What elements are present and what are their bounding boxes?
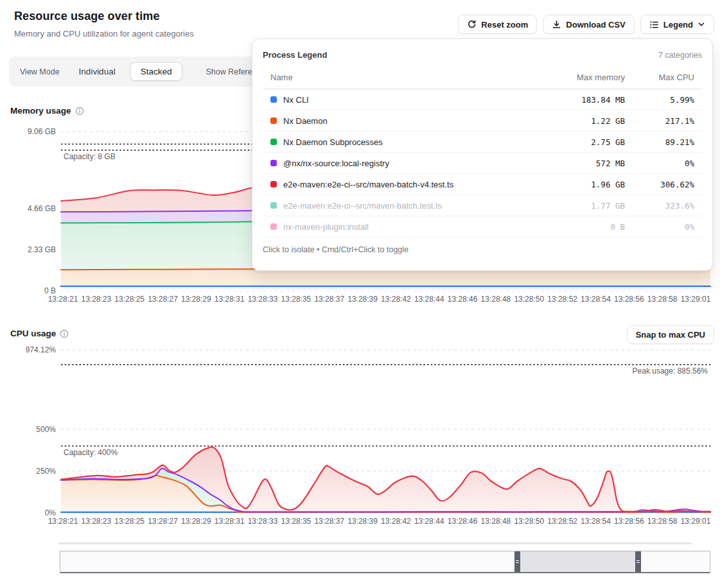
info-icon[interactable]	[75, 107, 84, 116]
svg-text:13:28:33: 13:28:33	[248, 517, 278, 526]
legend-toggle-button[interactable]: Legend	[640, 15, 714, 34]
legend-color-dot	[270, 181, 277, 187]
list-icon	[649, 20, 659, 30]
svg-text:13:29:01: 13:29:01	[681, 517, 711, 526]
legend-row[interactable]: e2e-maven:e2e-ci--src/maven-batch-v4.tes…	[263, 174, 702, 195]
view-mode-individual[interactable]: Individual	[79, 67, 116, 76]
legend-row-name: Nx Daemon	[283, 116, 529, 126]
svg-text:13:28:29: 13:28:29	[181, 295, 211, 304]
resource-usage-page: Resource usage over time Memory and CPU …	[0, 0, 720, 588]
legend-row-name: e2e-maven:e2e-ci--src/maven-batch-v4.tes…	[283, 180, 529, 189]
legend-color-dot	[270, 160, 277, 166]
download-icon	[552, 20, 561, 30]
legend-color-dot	[270, 139, 277, 145]
svg-text:13:28:29: 13:28:29	[181, 517, 211, 526]
memory-section-head: Memory usage	[10, 106, 84, 116]
svg-text:13:28:35: 13:28:35	[281, 517, 312, 526]
snap-to-max-cpu-button[interactable]: Snap to max CPU	[627, 325, 714, 344]
svg-text:13:28:37: 13:28:37	[314, 517, 344, 526]
legend-label: Legend	[663, 20, 693, 30]
svg-text:13:28:52: 13:28:52	[547, 295, 577, 304]
legend-row-name: nx-maven-plugin:install	[283, 222, 529, 232]
svg-text:13:28:31: 13:28:31	[215, 295, 245, 304]
svg-text:500%: 500%	[36, 425, 56, 434]
legend-footer-hint: Click to isolate • Cmd/Ctrl+Click to tog…	[263, 238, 702, 254]
svg-text:13:28:37: 13:28:37	[314, 295, 344, 304]
legend-column-headers: Name Max memory Max CPU	[263, 67, 702, 89]
legend-row-name: Nx CLI	[283, 95, 529, 105]
refresh-icon	[467, 20, 477, 30]
view-mode-label: View Mode	[20, 67, 60, 76]
legend-popup-header: Process Legend 7 categories	[263, 50, 702, 67]
legend-row-max-memory: 1.22 GB	[529, 116, 625, 126]
legend-color-dot	[270, 96, 277, 103]
brush-selection[interactable]	[517, 551, 638, 572]
view-mode-stacked[interactable]: Stacked	[130, 62, 183, 81]
svg-text:13:28:46: 13:28:46	[448, 517, 478, 526]
process-legend-popup: Process Legend 7 categories Name Max mem…	[252, 39, 713, 271]
svg-text:13:28:27: 13:28:27	[148, 517, 178, 526]
legend-row-max-cpu: 217.1%	[625, 116, 694, 126]
svg-text:9.06 GB: 9.06 GB	[28, 127, 56, 136]
legend-row-max-memory: 183.84 MB	[529, 95, 625, 105]
reset-zoom-label: Reset zoom	[481, 20, 528, 30]
legend-row[interactable]: Nx Daemon1.22 GB217.1%	[263, 110, 702, 132]
brush-handle-right[interactable]	[635, 551, 641, 572]
legend-popup-title: Process Legend	[263, 50, 327, 60]
svg-text:0 B: 0 B	[44, 286, 56, 295]
svg-text:13:28:23: 13:28:23	[81, 517, 111, 526]
svg-text:250%: 250%	[36, 467, 56, 476]
legend-row-max-memory: 572 MB	[529, 159, 625, 168]
svg-text:13:28:35: 13:28:35	[281, 295, 312, 304]
page-title: Resource usage over time	[14, 10, 160, 23]
legend-row-max-cpu: 89.21%	[625, 137, 694, 147]
svg-text:0%: 0%	[45, 508, 57, 517]
legend-row-name: Nx Daemon Subprocesses	[283, 137, 529, 147]
svg-text:13:28:39: 13:28:39	[347, 295, 378, 304]
legend-rows: Nx CLI183.84 MB5.99%Nx Daemon1.22 GB217.…	[263, 89, 702, 238]
legend-row[interactable]: @nx/nx-source:local-registry572 MB0%	[263, 153, 702, 174]
svg-text:13:28:48: 13:28:48	[481, 295, 511, 304]
svg-text:13:29:01: 13:29:01	[681, 295, 711, 304]
cpu-chart[interactable]: 974.12%500%250%0%Peak usage: 885.56%Capa…	[0, 324, 720, 533]
svg-text:13:28:50: 13:28:50	[514, 295, 544, 304]
svg-text:13:28:44: 13:28:44	[414, 517, 444, 526]
legend-row[interactable]: Nx CLI183.84 MB5.99%	[263, 89, 702, 110]
download-csv-button[interactable]: Download CSV	[543, 15, 634, 34]
svg-text:13:28:58: 13:28:58	[647, 295, 678, 304]
legend-category-count: 7 categories	[658, 51, 702, 60]
brush-handle-left[interactable]	[514, 551, 520, 572]
memory-usage-title: Memory usage	[10, 106, 71, 116]
legend-col-name: Name	[270, 73, 529, 82]
cpu-usage-title: CPU usage	[10, 329, 56, 338]
legend-row-max-cpu: 306.62%	[625, 180, 694, 189]
svg-text:13:28:54: 13:28:54	[581, 295, 611, 304]
svg-text:13:28:50: 13:28:50	[514, 517, 544, 526]
info-icon[interactable]	[60, 329, 69, 338]
legend-col-max-memory: Max memory	[529, 73, 625, 82]
legend-row-max-cpu: 5.99%	[625, 95, 694, 105]
reset-zoom-button[interactable]: Reset zoom	[458, 15, 537, 34]
svg-text:Capacity: 400%: Capacity: 400%	[64, 448, 118, 457]
svg-text:13:28:58: 13:28:58	[647, 517, 678, 526]
legend-row[interactable]: e2e-maven:e2e-ci--src/maven-batch.test.t…	[263, 195, 702, 216]
svg-text:2.33 GB: 2.33 GB	[28, 245, 56, 254]
legend-row[interactable]: nx-maven-plugin:install0 B0%	[263, 216, 702, 238]
legend-row-max-memory: 0 B	[529, 222, 625, 232]
svg-text:13:28:39: 13:28:39	[347, 517, 378, 526]
legend-color-dot	[270, 223, 277, 230]
time-range-brush[interactable]	[60, 551, 710, 573]
page-subtitle: Memory and CPU utilization for agent cat…	[14, 29, 194, 39]
cpu-section-head: CPU usage	[10, 329, 69, 338]
legend-row[interactable]: Nx Daemon Subprocesses2.75 GB89.21%	[263, 132, 702, 153]
svg-text:13:28:21: 13:28:21	[48, 295, 78, 304]
legend-color-dot	[270, 117, 277, 124]
legend-col-max-cpu: Max CPU	[625, 73, 694, 82]
svg-text:13:28:21: 13:28:21	[48, 517, 78, 526]
svg-text:Peak usage: 885.56%: Peak usage: 885.56%	[633, 367, 708, 376]
header-actions: Reset zoom Download CSV Legend	[458, 15, 714, 34]
svg-text:13:28:23: 13:28:23	[81, 295, 111, 304]
svg-text:13:28:27: 13:28:27	[148, 295, 178, 304]
svg-text:4.66 GB: 4.66 GB	[28, 204, 56, 213]
legend-row-max-cpu: 0%	[625, 159, 694, 168]
